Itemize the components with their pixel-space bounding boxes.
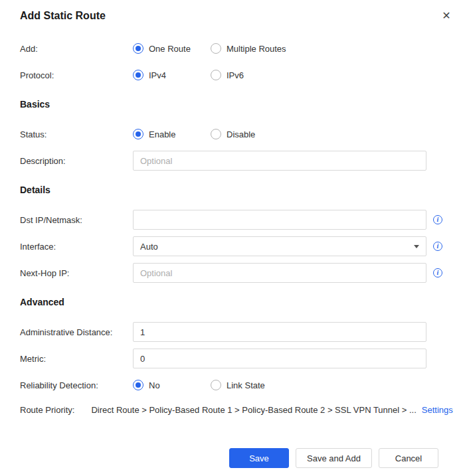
add-static-route-dialog: Add Static Route ✕ Add: One Route Multip…	[0, 0, 465, 476]
radio-ipv6[interactable]: IPv6	[211, 70, 244, 80]
next-hop-input[interactable]	[133, 263, 426, 283]
protocol-row: Protocol: IPv4 IPv6	[20, 65, 445, 85]
metric-input[interactable]	[133, 349, 426, 368]
interface-label: Interface:	[20, 242, 133, 252]
radio-one-route[interactable]: One Route	[133, 43, 211, 54]
metric-label: Metric:	[20, 354, 133, 364]
radio-unselected-icon	[211, 129, 221, 139]
section-basics: Basics	[20, 98, 445, 110]
metric-row: Metric:	[20, 349, 445, 368]
radio-ipv4[interactable]: IPv4	[133, 70, 211, 80]
protocol-label: Protocol:	[20, 70, 133, 80]
protocol-radio-group: IPv4 IPv6	[133, 70, 244, 80]
dialog-footer: Save Save and Add Cancel	[20, 448, 445, 468]
radio-one-route-label: One Route	[149, 44, 191, 54]
description-input[interactable]	[133, 151, 426, 171]
info-icon[interactable]: i	[433, 242, 442, 251]
radio-selected-icon	[133, 43, 143, 54]
radio-multiple-routes[interactable]: Multiple Routes	[211, 43, 286, 54]
radio-selected-icon	[133, 380, 143, 390]
radio-disable-label: Disable	[227, 129, 255, 139]
radio-ipv4-label: IPv4	[149, 70, 166, 80]
route-priority-value: Direct Route > Policy-Based Route 1 > Po…	[91, 405, 416, 415]
radio-selected-icon	[133, 70, 143, 80]
close-icon[interactable]: ✕	[440, 9, 453, 23]
info-icon[interactable]: i	[433, 215, 442, 224]
interface-select[interactable]: Auto	[133, 236, 426, 256]
status-row: Status: Enable Disable	[20, 124, 445, 144]
dst-ip-input[interactable]	[133, 210, 426, 230]
dialog-header: Add Static Route ✕	[0, 0, 465, 23]
radio-no-label: No	[149, 380, 160, 390]
radio-selected-icon	[133, 129, 143, 139]
info-icon[interactable]: i	[433, 268, 442, 278]
save-button[interactable]: Save	[229, 448, 289, 468]
add-row: Add: One Route Multiple Routes	[20, 39, 445, 58]
interface-select-value: Auto	[140, 242, 158, 252]
status-radio-group: Enable Disable	[133, 129, 255, 139]
radio-unselected-icon	[211, 43, 221, 54]
route-priority-row: Route Priority: Direct Route > Policy-Ba…	[20, 402, 445, 418]
radio-disable[interactable]: Disable	[211, 129, 255, 139]
cancel-button[interactable]: Cancel	[379, 448, 438, 468]
reliability-radio-group: No Link State	[133, 380, 265, 390]
interface-row: Interface: Auto i	[20, 236, 445, 256]
save-and-add-button[interactable]: Save and Add	[296, 448, 372, 468]
next-hop-label: Next-Hop IP:	[20, 268, 133, 278]
radio-enable-label: Enable	[149, 129, 175, 139]
dst-ip-label: Dst IP/Netmask:	[20, 215, 133, 225]
dialog-title: Add Static Route	[20, 9, 106, 23]
add-label: Add:	[20, 44, 133, 54]
add-radio-group: One Route Multiple Routes	[133, 43, 286, 54]
admin-distance-input[interactable]	[133, 322, 426, 342]
radio-enable[interactable]: Enable	[133, 129, 211, 139]
admin-distance-label: Administrative Distance:	[20, 327, 133, 337]
dialog-body: Add: One Route Multiple Routes Protocol:…	[0, 23, 465, 468]
radio-unselected-icon	[211, 70, 221, 80]
admin-distance-row: Administrative Distance:	[20, 322, 445, 342]
route-priority-label: Route Priority:	[20, 405, 74, 415]
section-advanced: Advanced	[20, 296, 445, 308]
description-row: Description:	[20, 151, 445, 171]
status-label: Status:	[20, 129, 133, 139]
radio-ipv6-label: IPv6	[227, 70, 244, 80]
description-label: Description:	[20, 156, 133, 166]
next-hop-row: Next-Hop IP: i	[20, 263, 445, 283]
dst-ip-row: Dst IP/Netmask: i	[20, 210, 445, 230]
radio-multiple-routes-label: Multiple Routes	[227, 44, 286, 54]
reliability-label: Reliability Detection:	[20, 380, 133, 390]
route-priority-settings-link[interactable]: Settings	[422, 405, 453, 415]
reliability-row: Reliability Detection: No Link State	[20, 375, 445, 395]
radio-link-state-label: Link State	[227, 380, 265, 390]
section-details: Details	[20, 184, 445, 196]
radio-no[interactable]: No	[133, 380, 211, 390]
chevron-down-icon	[414, 245, 419, 248]
radio-link-state[interactable]: Link State	[211, 380, 265, 390]
radio-unselected-icon	[211, 380, 221, 390]
